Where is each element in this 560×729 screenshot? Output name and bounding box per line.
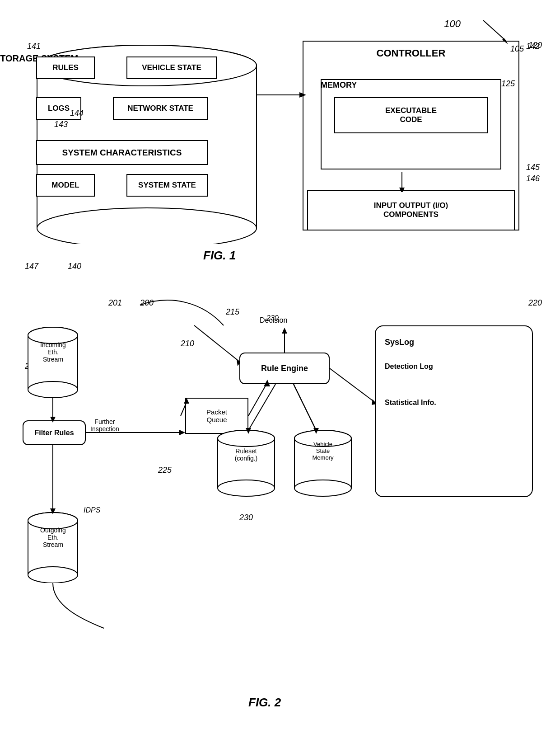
- svg-line-51: [330, 368, 375, 402]
- model-label: MODEL: [51, 181, 79, 190]
- ref-220: 220: [528, 298, 542, 308]
- ref-144: 144: [70, 108, 84, 118]
- model-box: MODEL: [36, 174, 95, 197]
- page-container: { "fig1": { "ref_100": "100", "storage_l…: [0, 0, 560, 729]
- ref-125: 125: [501, 79, 515, 89]
- svg-marker-9: [399, 188, 405, 192]
- svg-point-29: [218, 430, 275, 447]
- io-label: INPUT OUTPUT (I/O) COMPONENTS: [374, 201, 448, 219]
- ref-225: 225: [158, 466, 172, 475]
- ref-230-bot: 230: [239, 513, 253, 522]
- syslog-label: SysLog: [385, 338, 414, 347]
- svg-line-57: [294, 384, 316, 430]
- ref-210: 210: [181, 339, 194, 348]
- further-inspection-label: Further Inspection: [90, 418, 119, 433]
- ref-100: 100: [444, 18, 461, 30]
- svg-line-53: [248, 384, 275, 430]
- vehicle-state-memory-label: Vehicle State Memory: [294, 441, 352, 461]
- svg-marker-11: [502, 38, 508, 44]
- detection-log-label: Detection Log: [385, 362, 433, 371]
- system-state-box: SYSTEM STATE: [126, 174, 208, 197]
- io-block: INPUT OUTPUT (I/O) COMPONENTS: [307, 190, 515, 230]
- network-state-box: NETWORK STATE: [113, 97, 208, 120]
- idps-label: IDPS: [84, 506, 100, 514]
- statistical-info-label: Statistical Info.: [385, 399, 436, 407]
- vehicle-state-label: VEHICLE STATE: [142, 63, 201, 72]
- fig1-area: 100 STORAGE SYSTEM 141 142 RULES VEHICLE…: [23, 14, 542, 276]
- ref-145: 145: [526, 163, 540, 172]
- filter-rules-box: Filter Rules: [23, 420, 86, 445]
- filter-rules-label: Filter Rules: [34, 429, 74, 437]
- rules-box: RULES: [36, 56, 95, 79]
- svg-line-43: [248, 384, 266, 416]
- executable-code-label: EXECUTABLE CODE: [385, 106, 437, 124]
- ref-215: 215: [226, 307, 239, 317]
- svg-line-45: [194, 325, 239, 362]
- ref100-arrow: [479, 18, 515, 45]
- network-state-label: NETWORK STATE: [127, 104, 193, 113]
- fig2-area: 201 200 210 215 220 225 205 Decision 230…: [14, 289, 551, 714]
- controller-label: CONTROLLER: [303, 47, 519, 59]
- rule-engine-label: Rule Engine: [261, 364, 308, 373]
- syslog-container: SysLog Detection Log Statistical Info.: [375, 325, 533, 497]
- vehicle-state-box: VEHICLE STATE: [126, 56, 217, 79]
- ruleset-label: Ruleset (config.): [217, 447, 275, 462]
- packet-queue-label: Packet Queue: [206, 408, 227, 423]
- memory-label: MEMORY: [321, 80, 411, 90]
- svg-marker-7: [299, 92, 306, 98]
- vehicle-state-svg: [294, 429, 352, 497]
- svg-line-10: [483, 20, 506, 41]
- controller-to-io-arrow: [397, 172, 406, 192]
- svg-point-22: [28, 567, 78, 583]
- svg-point-4: [37, 208, 257, 244]
- ref-147: 147: [25, 262, 38, 271]
- ref-201: 201: [108, 298, 122, 308]
- storage-to-controller-arrow: [257, 90, 306, 99]
- svg-point-34: [294, 480, 351, 496]
- system-state-label: SYSTEM STATE: [138, 181, 196, 190]
- svg-point-16: [28, 381, 78, 398]
- ref-200: 200: [140, 298, 154, 308]
- sys-char-label: SYSTEM CHARACTERISTICS: [62, 148, 182, 158]
- svg-line-55: [294, 384, 316, 430]
- ref-146: 146: [526, 174, 540, 183]
- logs-label: LOGS: [48, 104, 70, 113]
- svg-point-28: [218, 480, 275, 496]
- outgoing-eth-label: Outgoing Eth. Stream: [27, 527, 79, 548]
- incoming-eth-label: Incoming Eth. Stream: [27, 341, 79, 363]
- svg-marker-50: [282, 328, 287, 334]
- ref-140: 140: [68, 262, 81, 271]
- executable-code-box: EXECUTABLE CODE: [334, 97, 488, 133]
- rule-engine-box: Rule Engine: [239, 353, 330, 384]
- sys-char-box: SYSTEM CHARACTERISTICS: [36, 140, 208, 165]
- svg-marker-40: [179, 430, 185, 435]
- ref-141: 141: [27, 42, 41, 51]
- ruleset-svg: [217, 429, 275, 497]
- fig1-caption: FIG. 1: [203, 249, 236, 263]
- ref-143: 143: [54, 120, 68, 129]
- ref-230-top: 230: [266, 314, 279, 322]
- packet-queue-box: Packet Queue: [185, 398, 248, 434]
- rules-label: RULES: [52, 63, 79, 72]
- ref-120: 120: [528, 41, 542, 50]
- fig2-caption: FIG. 2: [248, 696, 281, 710]
